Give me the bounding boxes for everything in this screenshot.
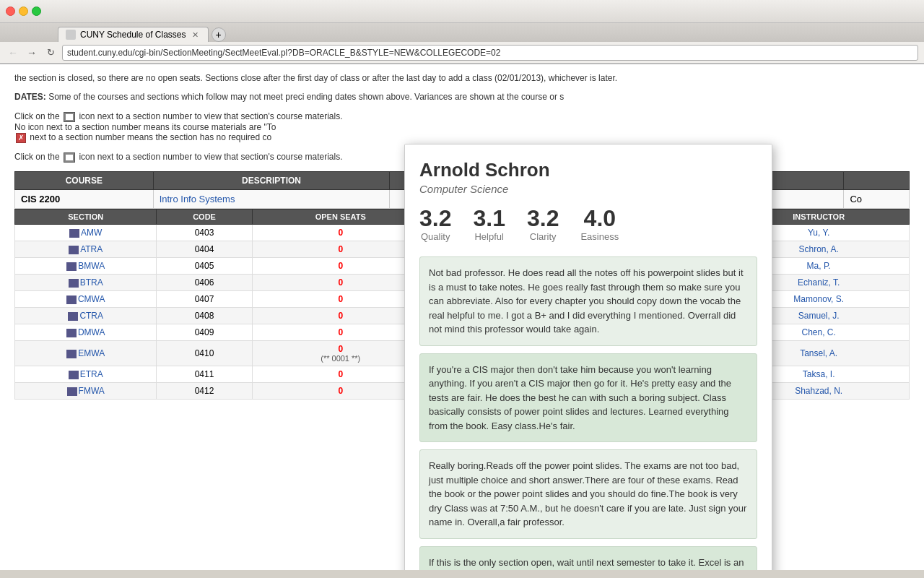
instructor-link[interactable]: Tansel, A. — [800, 348, 837, 358]
book-icon — [66, 296, 77, 304]
x-icon-inline: ✗ — [16, 133, 26, 143]
book-icon — [66, 262, 77, 271]
tab-close-button[interactable]: ✕ — [191, 30, 201, 40]
url-input[interactable] — [62, 45, 918, 61]
col-description: DESCRIPTION — [153, 171, 390, 189]
book-icon — [69, 229, 79, 238]
code-cell: 0404 — [157, 241, 252, 257]
code-cell: 0405 — [157, 257, 252, 274]
section-cell: BTRA — [15, 274, 157, 290]
section-link[interactable]: AMW — [81, 228, 102, 238]
refresh-button[interactable]: ↻ — [43, 46, 58, 60]
book-icon — [66, 350, 77, 358]
book-icon — [66, 329, 77, 337]
tab-bar: CUNY Schedule of Classes ✕ + — [0, 23, 924, 42]
instructor-link[interactable]: Yu, Y. — [808, 228, 829, 238]
course-extra: Co — [844, 189, 910, 208]
notice-text: the section is closed, so there are no o… — [14, 72, 910, 85]
dates-section: DATES: Some of the courses and sections … — [14, 90, 910, 104]
rating-value: 4.0 — [580, 207, 619, 230]
instructor-link[interactable]: Echaniz, T. — [798, 277, 840, 288]
col-course: COURSE — [15, 171, 154, 189]
section-cell: DMWA — [15, 324, 157, 340]
tab-title: CUNY Schedule of Classes — [80, 30, 186, 40]
section-cell: ATRA — [15, 241, 157, 257]
active-tab[interactable]: CUNY Schedule of Classes ✕ — [58, 27, 209, 42]
col-section: SECTION — [15, 209, 157, 224]
course-description: Intro Info Systems — [153, 189, 390, 208]
window-controls — [6, 7, 41, 16]
close-button[interactable] — [6, 7, 15, 16]
section-cell: CMWA — [15, 290, 157, 307]
section-cell: ETRA — [15, 366, 157, 382]
code-cell: 0408 — [157, 307, 252, 324]
rating-value: 3.2 — [527, 207, 559, 230]
instructor-link[interactable]: Taksa, I. — [803, 369, 835, 379]
instructor-link[interactable]: Chen, C. — [801, 327, 835, 337]
back-button[interactable]: ← — [6, 46, 20, 60]
address-bar: ← → ↻ — [0, 42, 924, 64]
open-seats-cell: 0 — [252, 366, 429, 382]
rating-label: Helpful — [473, 231, 505, 242]
dates-label: DATES: — [14, 92, 46, 102]
reviews-container: Not bad professor. He does read all the … — [419, 256, 757, 570]
book-icon — [68, 312, 78, 321]
rating-item: 3.2Clarity — [527, 207, 559, 242]
open-seats-cell: 0 — [252, 324, 429, 340]
open-seats-cell: 0 — [252, 382, 429, 399]
col-extra — [844, 171, 910, 189]
section-link[interactable]: CTRA — [79, 311, 103, 321]
new-tab-button[interactable]: + — [212, 27, 226, 42]
course-id: CIS 2200 — [15, 189, 154, 208]
col-open-seats: OPEN SEATS — [252, 209, 429, 224]
book-icon — [69, 279, 79, 288]
click-instruction-1: Click on the icon next to a section numb… — [14, 111, 910, 143]
tab-favicon — [66, 30, 76, 40]
open-seats-cell: 0 — [252, 241, 429, 257]
rating-item: 3.1Helpful — [473, 207, 505, 242]
open-seats-cell: 0 — [252, 290, 429, 307]
dates-text: Some of the courses and sections which f… — [48, 92, 564, 102]
rating-value: 3.1 — [473, 207, 505, 230]
section-link[interactable]: FMWA — [79, 386, 105, 396]
instructor-link[interactable]: Shahzad, N. — [795, 386, 842, 396]
section-link[interactable]: BMWA — [78, 261, 105, 271]
instructor-link[interactable]: Mamonov, S. — [793, 294, 844, 304]
book-icon — [69, 246, 79, 254]
page-content: the section is closed, so there are no o… — [0, 64, 924, 570]
rating-item: 4.0Easiness — [580, 207, 619, 242]
section-link[interactable]: DMWA — [78, 327, 105, 337]
code-cell: 0406 — [157, 274, 252, 290]
professor-department: Computer Science — [419, 183, 757, 195]
code-cell: 0407 — [157, 290, 252, 307]
ratings-row: 3.2Quality3.1Helpful3.2Clarity4.0Easines… — [419, 207, 757, 242]
section-cell: CTRA — [15, 307, 157, 324]
col-code: CODE — [157, 209, 252, 224]
section-link[interactable]: EMWA — [78, 348, 105, 358]
section-link[interactable]: CMWA — [78, 294, 105, 304]
forward-button[interactable]: → — [25, 46, 39, 60]
minimize-button[interactable] — [19, 7, 28, 16]
rating-label: Clarity — [527, 231, 559, 242]
section-cell: BMWA — [15, 257, 157, 274]
instructor-link[interactable]: Samuel, J. — [798, 311, 840, 321]
review-card: If you're a CIS major then don't take hi… — [419, 353, 757, 443]
book-icon — [67, 387, 77, 396]
maximize-button[interactable] — [32, 7, 41, 16]
rating-item: 3.2Quality — [419, 207, 451, 242]
book-icon-inline-2 — [64, 152, 75, 163]
code-cell: 0403 — [157, 224, 252, 241]
open-seats-cell: 0 — [252, 257, 429, 274]
section-link[interactable]: BTRA — [80, 277, 103, 288]
book-icon-inline — [64, 112, 75, 122]
code-cell: 0409 — [157, 324, 252, 340]
section-link[interactable]: ATRA — [80, 244, 103, 254]
instructor-link[interactable]: Ma, P. — [807, 261, 831, 271]
section-link[interactable]: ETRA — [80, 369, 103, 379]
browser-chrome: CUNY Schedule of Classes ✕ + ← → ↻ — [0, 0, 924, 64]
open-seats-cell: 0 — [252, 307, 429, 324]
professor-name: Arnold Schron — [419, 159, 757, 181]
section-cell: EMWA — [15, 340, 157, 366]
instructor-link[interactable]: Schron, A. — [798, 244, 838, 254]
course-description-link[interactable]: Intro Info Systems — [160, 194, 235, 204]
